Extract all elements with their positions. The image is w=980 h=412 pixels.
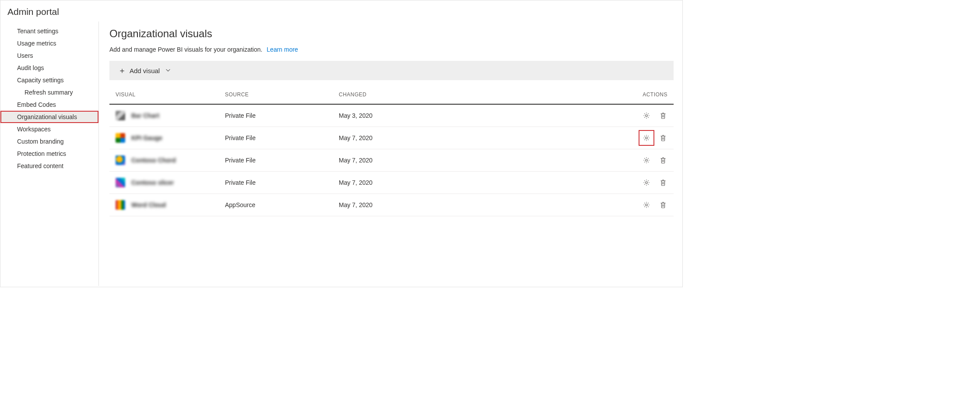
sidebar-item-workspaces[interactable]: Workspaces (0, 123, 98, 135)
visual-name: KPI Gauge (131, 134, 162, 141)
sidebar-item-usage-metrics[interactable]: Usage metrics (0, 37, 98, 49)
visual-name: Word Cloud (131, 201, 166, 208)
sidebar-item-capacity-settings[interactable]: Capacity settings (0, 74, 98, 86)
visuals-table: Visual Source Changed Actions Bar ChartP… (109, 85, 674, 216)
delete-button[interactable] (659, 201, 667, 209)
source-cell: Private File (225, 134, 339, 141)
sidebar-item-refresh-summary[interactable]: Refresh summary (0, 86, 98, 99)
visual-cell: Contoso slicer (116, 178, 225, 187)
source-cell: Private File (225, 157, 339, 164)
settings-button[interactable] (642, 111, 651, 120)
sidebar-item-protection-metrics[interactable]: Protection metrics (0, 148, 98, 160)
column-header-changed[interactable]: Changed (339, 92, 619, 98)
svg-point-3 (646, 182, 648, 184)
table-row: Word CloudAppSourceMay 7, 2020 (109, 194, 674, 216)
changed-cell: May 3, 2020 (339, 112, 619, 119)
settings-button[interactable] (642, 156, 651, 165)
changed-cell: May 7, 2020 (339, 179, 619, 186)
delete-button[interactable] (659, 178, 667, 187)
visual-thumbnail-icon (116, 200, 125, 210)
visual-name: Contoso slicer (131, 179, 174, 186)
actions-cell (619, 178, 667, 187)
visual-thumbnail-icon (116, 111, 125, 120)
visual-cell: Contoso Chord (116, 155, 225, 165)
main-content: Organizational visuals Add and manage Po… (99, 21, 682, 286)
plus-icon: ＋ (118, 65, 126, 76)
sidebar-item-users[interactable]: Users (0, 49, 98, 62)
sidebar-item-organizational-visuals[interactable]: Organizational visuals (0, 111, 98, 123)
svg-point-0 (646, 115, 648, 117)
changed-cell: May 7, 2020 (339, 157, 619, 164)
sidebar: Tenant settingsUsage metricsUsersAudit l… (0, 21, 99, 286)
settings-button[interactable] (642, 134, 651, 142)
visual-thumbnail-icon (116, 133, 125, 143)
table-row: Bar ChartPrivate FileMay 3, 2020 (109, 105, 674, 127)
changed-cell: May 7, 2020 (339, 134, 619, 141)
delete-button[interactable] (659, 111, 667, 120)
table-header: Visual Source Changed Actions (109, 85, 674, 105)
source-cell: AppSource (225, 201, 339, 208)
actions-cell (619, 156, 667, 165)
sidebar-item-audit-logs[interactable]: Audit logs (0, 62, 98, 74)
settings-button[interactable] (642, 178, 651, 187)
sidebar-item-embed-codes[interactable]: Embed Codes (0, 99, 98, 111)
column-header-visual[interactable]: Visual (116, 92, 225, 98)
toolbar: ＋ Add visual (109, 61, 674, 80)
visual-cell: KPI Gauge (116, 133, 225, 143)
delete-button[interactable] (659, 156, 667, 165)
actions-cell (619, 201, 667, 209)
svg-point-2 (646, 159, 648, 162)
table-row: Contoso slicerPrivate FileMay 7, 2020 (109, 172, 674, 194)
sidebar-item-tenant-settings[interactable]: Tenant settings (0, 25, 98, 37)
source-cell: Private File (225, 179, 339, 186)
chevron-down-icon (165, 67, 171, 74)
app-title: Admin portal (7, 7, 675, 17)
svg-point-4 (646, 204, 648, 206)
delete-button[interactable] (659, 134, 667, 142)
settings-button[interactable] (642, 201, 651, 209)
add-visual-button[interactable]: ＋ Add visual (118, 65, 171, 76)
visual-thumbnail-icon (116, 178, 125, 187)
header: Admin portal (0, 0, 682, 21)
visual-cell: Word Cloud (116, 200, 225, 210)
page-description: Add and manage Power BI visuals for your… (109, 46, 674, 53)
visual-thumbnail-icon (116, 155, 125, 165)
page-title: Organizational visuals (109, 28, 674, 40)
visual-name: Contoso Chord (131, 157, 176, 164)
actions-cell (619, 111, 667, 120)
svg-point-1 (646, 137, 648, 139)
actions-cell (619, 134, 667, 142)
table-row: KPI GaugePrivate FileMay 7, 2020 (109, 127, 674, 149)
column-header-source[interactable]: Source (225, 92, 339, 98)
learn-more-link[interactable]: Learn more (267, 46, 298, 53)
visual-name: Bar Chart (131, 112, 159, 119)
sidebar-item-featured-content[interactable]: Featured content (0, 160, 98, 172)
source-cell: Private File (225, 112, 339, 119)
visual-cell: Bar Chart (116, 111, 225, 120)
table-row: Contoso ChordPrivate FileMay 7, 2020 (109, 149, 674, 172)
sidebar-item-custom-branding[interactable]: Custom branding (0, 135, 98, 148)
column-header-actions: Actions (619, 92, 667, 98)
changed-cell: May 7, 2020 (339, 201, 619, 208)
